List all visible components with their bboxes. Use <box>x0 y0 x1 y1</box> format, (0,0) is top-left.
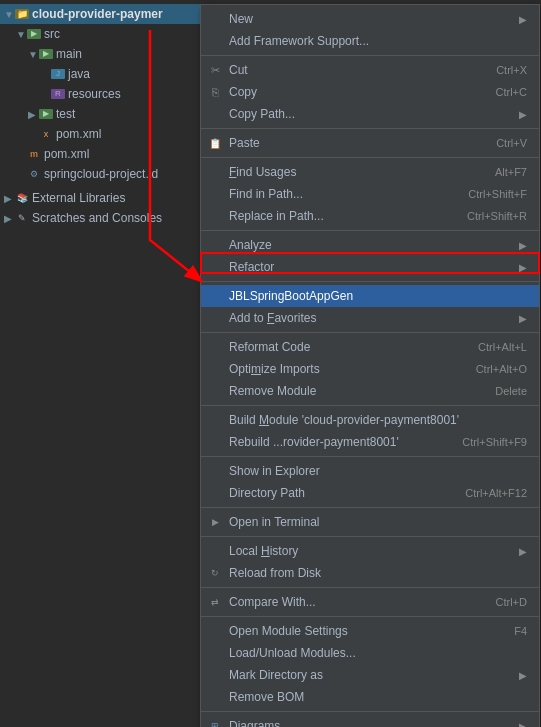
menu-label: Compare With... <box>229 595 480 609</box>
library-icon: 📚 <box>15 192 29 204</box>
menu-item-diagrams[interactable]: ⊞ Diagrams ▶ <box>201 715 539 727</box>
submenu-arrow: ▶ <box>519 546 527 557</box>
menu-label: Reformat Code <box>229 340 462 354</box>
shortcut: Delete <box>495 385 527 397</box>
menu-item-module-settings[interactable]: Open Module Settings F4 <box>201 620 539 642</box>
tree-item-java[interactable]: J java <box>0 64 210 84</box>
menu-item-refactor[interactable]: Refactor ▶ <box>201 256 539 278</box>
menu-item-reload[interactable]: ↻ Reload from Disk <box>201 562 539 584</box>
menu-item-find-path[interactable]: Find in Path... Ctrl+Shift+F <box>201 183 539 205</box>
menu-item-copy[interactable]: ⎘ Copy Ctrl+C <box>201 81 539 103</box>
menu-item-remove-bom[interactable]: Remove BOM <box>201 686 539 708</box>
menu-item-show-explorer[interactable]: Show in Explorer <box>201 460 539 482</box>
submenu-arrow: ▶ <box>519 14 527 25</box>
arrow-icon <box>40 69 50 80</box>
arrow-icon <box>28 129 38 140</box>
folder-icon: 📁 <box>15 9 29 19</box>
menu-item-copy-path[interactable]: Copy Path... ▶ <box>201 103 539 125</box>
tree-label: Scratches and Consoles <box>32 211 162 225</box>
shortcut: Ctrl+Shift+F <box>468 188 527 200</box>
menu-item-rebuild[interactable]: Rebuild ...rovider-payment8001' Ctrl+Shi… <box>201 431 539 453</box>
menu-item-optimize[interactable]: Optimize Imports Ctrl+Alt+O <box>201 358 539 380</box>
tree-label: resources <box>68 87 121 101</box>
context-menu: New ▶ Add Framework Support... ✂ Cut Ctr… <box>200 4 540 727</box>
folder-icon: ▶ <box>27 29 41 39</box>
scratches-icon: ✎ <box>15 212 29 224</box>
separator <box>201 507 539 508</box>
tree-label: java <box>68 67 90 81</box>
menu-label: Optimize Imports <box>229 362 460 376</box>
file-tree: ▼ 📁 cloud-provider-paymer ▼ ▶ src ▼ ▶ ma… <box>0 0 210 727</box>
menu-item-terminal[interactable]: ▶ Open in Terminal <box>201 511 539 533</box>
menu-label: Paste <box>229 136 480 150</box>
menu-item-find-usages[interactable]: Find Usages Alt+F7 <box>201 161 539 183</box>
separator <box>201 332 539 333</box>
submenu-arrow: ▶ <box>519 670 527 681</box>
menu-item-dir-path[interactable]: Directory Path Ctrl+Alt+F12 <box>201 482 539 504</box>
arrow-icon: ▶ <box>4 193 14 204</box>
menu-label: Open Module Settings <box>229 624 498 638</box>
folder-icon: ▶ <box>39 49 53 59</box>
copy-icon: ⎘ <box>207 86 223 98</box>
menu-label: Show in Explorer <box>229 464 527 478</box>
shortcut: Ctrl+Shift+F9 <box>462 436 527 448</box>
menu-item-load-unload[interactable]: Load/Unload Modules... <box>201 642 539 664</box>
terminal-icon: ▶ <box>207 517 223 527</box>
menu-label: Replace in Path... <box>229 209 451 223</box>
arrow-icon: ▼ <box>16 29 26 40</box>
tree-item-src[interactable]: ▼ ▶ src <box>0 24 210 44</box>
compare-icon: ⇄ <box>207 597 223 607</box>
tree-label: pom.xml <box>56 127 101 141</box>
menu-item-build[interactable]: Build Module 'cloud-provider-payment8001… <box>201 409 539 431</box>
tree-label: src <box>44 27 60 41</box>
tree-item-cloud-provider[interactable]: ▼ 📁 cloud-provider-paymer <box>0 4 210 24</box>
tree-label: cloud-provider-paymer <box>32 7 163 21</box>
menu-item-compare[interactable]: ⇄ Compare With... Ctrl+D <box>201 591 539 613</box>
tree-label: test <box>56 107 75 121</box>
tree-label: main <box>56 47 82 61</box>
tree-item-test[interactable]: ▶ ▶ test <box>0 104 210 124</box>
menu-item-local-history[interactable]: Local History ▶ <box>201 540 539 562</box>
paste-icon: 📋 <box>207 138 223 149</box>
menu-item-replace-path[interactable]: Replace in Path... Ctrl+Shift+R <box>201 205 539 227</box>
menu-label: Refactor <box>229 260 515 274</box>
tree-item-springcloud[interactable]: ⚙ springcloud-project.id <box>0 164 210 184</box>
menu-label: Diagrams <box>229 719 515 727</box>
arrow-icon: ▶ <box>4 213 14 224</box>
menu-item-favorites[interactable]: Add to Favorites ▶ <box>201 307 539 329</box>
menu-label: JBLSpringBootAppGen <box>229 289 527 303</box>
menu-item-remove-module[interactable]: Remove Module Delete <box>201 380 539 402</box>
shortcut: Ctrl+C <box>496 86 527 98</box>
idea-icon: ⚙ <box>27 168 41 180</box>
submenu-arrow: ▶ <box>519 109 527 120</box>
menu-label: Add to Favorites <box>229 311 515 325</box>
shortcut: Ctrl+Alt+L <box>478 341 527 353</box>
separator <box>201 405 539 406</box>
tree-item-scratches[interactable]: ▶ ✎ Scratches and Consoles <box>0 208 210 228</box>
menu-item-analyze[interactable]: Analyze ▶ <box>201 234 539 256</box>
tree-item-pom1[interactable]: x pom.xml <box>0 124 210 144</box>
menu-item-jbl[interactable]: JBLSpringBootAppGen <box>201 285 539 307</box>
tree-item-resources[interactable]: R resources <box>0 84 210 104</box>
arrow-icon: ▼ <box>4 9 14 20</box>
tree-item-external[interactable]: ▶ 📚 External Libraries <box>0 188 210 208</box>
separator <box>201 711 539 712</box>
menu-label: Directory Path <box>229 486 449 500</box>
menu-item-paste[interactable]: 📋 Paste Ctrl+V <box>201 132 539 154</box>
menu-item-new[interactable]: New ▶ <box>201 8 539 30</box>
separator <box>201 456 539 457</box>
menu-item-add-framework[interactable]: Add Framework Support... <box>201 30 539 52</box>
shortcut: Ctrl+D <box>496 596 527 608</box>
tree-item-pom2[interactable]: m pom.xml <box>0 144 210 164</box>
menu-item-cut[interactable]: ✂ Cut Ctrl+X <box>201 59 539 81</box>
tree-item-main[interactable]: ▼ ▶ main <box>0 44 210 64</box>
menu-item-mark-dir[interactable]: Mark Directory as ▶ <box>201 664 539 686</box>
menu-label: Open in Terminal <box>229 515 527 529</box>
xml-icon: x <box>39 128 53 140</box>
arrow-icon: ▶ <box>28 109 38 120</box>
tree-label: pom.xml <box>44 147 89 161</box>
reload-icon: ↻ <box>207 568 223 578</box>
menu-item-reformat[interactable]: Reformat Code Ctrl+Alt+L <box>201 336 539 358</box>
menu-label: Local History <box>229 544 515 558</box>
separator <box>201 157 539 158</box>
